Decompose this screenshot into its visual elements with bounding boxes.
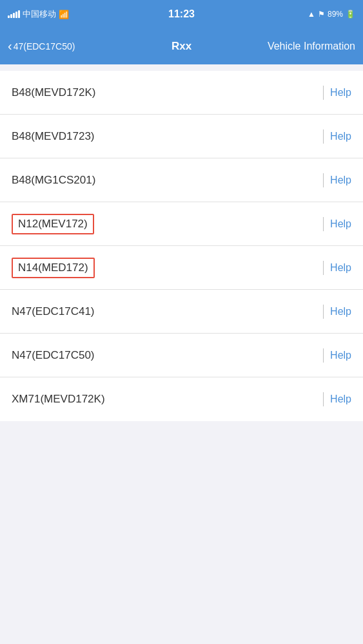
status-left: 中国移动 📶 xyxy=(8,8,69,20)
list-item[interactable]: B48(MEVD172K)Help xyxy=(0,71,363,115)
battery-label: 89% xyxy=(328,10,343,19)
vehicle-list: B48(MEVD172K)HelpB48(MEVD1723)HelpB48(MG… xyxy=(0,71,363,421)
list-item[interactable]: N47(EDC17C41)Help xyxy=(0,290,363,334)
help-button[interactable]: Help xyxy=(330,87,351,99)
status-bar: 中国移动 📶 11:23 ▲ ⚑ 89% 🔋 xyxy=(0,0,363,28)
help-button[interactable]: Help xyxy=(330,306,351,317)
help-button[interactable]: Help xyxy=(330,218,351,230)
list-item-right: Help xyxy=(323,392,351,406)
list-item[interactable]: B48(MG1CS201)Help xyxy=(0,158,363,202)
help-button[interactable]: Help xyxy=(330,350,351,361)
wifi-icon: 📶 xyxy=(59,10,69,19)
list-item-divider xyxy=(323,86,324,100)
battery-icon: 🔋 xyxy=(346,10,355,19)
signal-icon xyxy=(8,10,20,18)
list-item-right: Help xyxy=(323,86,351,100)
list-item[interactable]: N14(MED172)Help xyxy=(0,246,363,290)
list-item-right: Help xyxy=(323,217,351,231)
nav-center-label: Rxx xyxy=(172,40,191,53)
list-item-label: N14(MED172) xyxy=(12,258,95,278)
list-item-right: Help xyxy=(323,173,351,187)
help-button[interactable]: Help xyxy=(330,262,351,274)
help-button[interactable]: Help xyxy=(330,131,351,142)
list-item[interactable]: B48(MEVD1723)Help xyxy=(0,115,363,158)
nav-back-button[interactable]: ‹ 47(EDC17C50) xyxy=(8,39,75,53)
list-item-divider xyxy=(323,261,324,275)
alarm-icon: ⚑ xyxy=(318,10,325,19)
help-button[interactable]: Help xyxy=(330,393,351,405)
list-item-label: N12(MEV172) xyxy=(12,214,94,234)
list-item-right: Help xyxy=(323,261,351,275)
nav-bar: ‹ 47(EDC17C50) Rxx Vehicle Information xyxy=(0,28,363,64)
list-item-right: Help xyxy=(323,305,351,319)
list-item-label: XM71(MEVD172K) xyxy=(12,393,105,406)
status-time: 11:23 xyxy=(168,8,195,20)
list-item-divider xyxy=(323,129,324,144)
location-icon: ▲ xyxy=(308,10,315,19)
list-item-divider xyxy=(323,348,324,363)
list-item[interactable]: N47(EDC17C50)Help xyxy=(0,334,363,377)
list-item-divider xyxy=(323,217,324,231)
list-item-label: N47(EDC17C41) xyxy=(12,305,95,318)
list-item-label: B48(MEVD1723) xyxy=(12,130,95,143)
list-item-divider xyxy=(323,173,324,187)
list-item[interactable]: N12(MEV172)Help xyxy=(0,202,363,246)
back-arrow-icon: ‹ xyxy=(8,39,12,53)
list-item-label: N47(EDC17C50) xyxy=(12,349,95,362)
carrier-label: 中国移动 xyxy=(23,8,56,20)
list-item-divider xyxy=(323,305,324,319)
list-item-right: Help xyxy=(323,129,351,144)
list-item[interactable]: XM71(MEVD172K)Help xyxy=(0,377,363,421)
help-button[interactable]: Help xyxy=(330,175,351,186)
list-item-label: B48(MG1CS201) xyxy=(12,174,95,187)
status-right: ▲ ⚑ 89% 🔋 xyxy=(308,10,355,19)
list-item-right: Help xyxy=(323,348,351,363)
nav-right-label: Vehicle Information xyxy=(268,41,355,52)
list-item-divider xyxy=(323,392,324,406)
list-item-label: B48(MEVD172K) xyxy=(12,86,95,99)
nav-back-label: 47(EDC17C50) xyxy=(14,41,75,52)
